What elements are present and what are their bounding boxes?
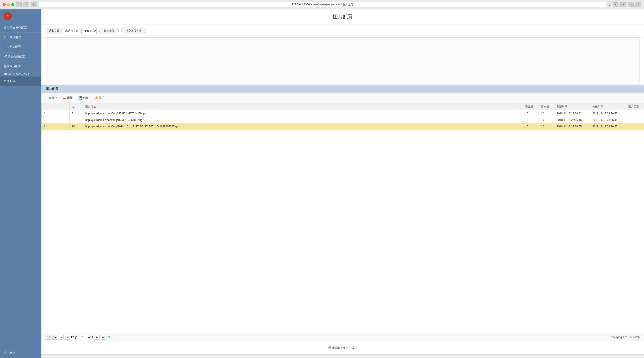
sidebar-item-image-config[interactable]: 图片配置 [0, 77, 42, 86]
cell-created: 2018-11-13 23:26:45 [554, 117, 590, 123]
page-label: Page [71, 335, 78, 339]
cell-views: 10 [523, 110, 539, 117]
sidebar: 🍅 通用模块操作配置 接口调用情况 广告开关配置 H5模板类型配置 背景音乐配置… [0, 10, 42, 358]
cancel-icon: 🔑 [94, 96, 98, 100]
traffic-lights [3, 3, 14, 6]
page-size-select[interactable]: 10 20 50 100 [45, 335, 57, 340]
app-logo-icon: 🍅 [4, 12, 12, 20]
sidebar-item-general-ops[interactable]: 通用模块操作配置 [0, 23, 42, 33]
col-header-rownum [42, 103, 70, 110]
cell-type: 1 [626, 123, 644, 130]
choose-file-button[interactable]: 选取文件 [46, 28, 62, 34]
tab-button[interactable]: ⧉ [628, 2, 634, 7]
col-header-id: ID [70, 103, 83, 110]
maximize-button[interactable] [11, 3, 14, 6]
data-table: ID 图片地址 浏览量 喜欢量 创建时间 修改时间 图片类型 1 2 http:… [42, 103, 644, 130]
clear-upload-button[interactable]: 清空上传列表 [121, 28, 146, 34]
cell-created: 2018-11-13 23:26:42 [554, 110, 590, 117]
cell-likes: 10 [539, 123, 554, 130]
cell-views: 10 [523, 123, 539, 130]
cell-modified: 2018-11-13 23:26:55 [590, 123, 626, 130]
start-upload-button[interactable]: 开始上传 [100, 28, 119, 34]
address-bar[interactable]: 127.0.0.1:8360/admin/manager/operation#图… [39, 2, 606, 8]
sidebar-item-ad-config[interactable]: 广告开关配置 [0, 42, 42, 52]
col-header-created: 创建时间 [554, 103, 590, 110]
table-body: 1 2 http://yourdomain.com/img/-251f62dd0… [42, 110, 644, 130]
cell-id: 3 [70, 117, 83, 123]
delete-label: 删除 [67, 96, 72, 100]
pagination-bar: 10 20 50 100 |◀ ◀ Page of 1 ▶ ▶| ↻ Displ… [42, 333, 644, 341]
cell-rownum: 3 [42, 123, 70, 130]
upload-section: 选取文件 未选择文件 类型1 类型2 类型3 开始上传 清空上传列表 [42, 25, 644, 38]
cell-likes: 10 [539, 110, 554, 117]
cell-url: http://yourdomain.com/img/-251f62dd0702a… [83, 110, 523, 117]
cell-url: http://yourdomain.com/img/1533613466789.… [83, 117, 523, 123]
add-label: 新增 [52, 96, 57, 100]
cell-type: 1 [626, 117, 644, 123]
app-layout: 🍅 通用模块操作配置 接口调用情况 广告开关配置 H5模板类型配置 背景音乐配置… [0, 10, 644, 358]
sidebar-logo: 🍅 [0, 10, 42, 23]
table-wrapper: ID 图片地址 浏览量 喜欢量 创建时间 修改时间 图片类型 1 2 http:… [42, 103, 644, 333]
cell-url: http://yourdomain.com/img/2018_101_13_17… [83, 123, 523, 130]
add-icon: ⊕ [48, 96, 51, 100]
cell-id: 2 [70, 110, 83, 117]
of-label: of [88, 335, 90, 339]
page-title: 图片配置 [42, 10, 644, 25]
sidebar-item-api-debug[interactable]: 接口调用情况 [0, 33, 42, 42]
cell-views: 10 [523, 117, 539, 123]
table-row[interactable]: 3 80 http://yourdomain.com/img/2018_101_… [42, 123, 644, 130]
download-button[interactable]: ⬇ [613, 2, 618, 7]
add-button[interactable]: ⊕ 新增 [46, 95, 60, 101]
delete-button[interactable]: ▬ 删除 [61, 95, 75, 101]
next-page-button[interactable]: ▶ [95, 335, 100, 340]
page-number-input[interactable] [79, 335, 87, 339]
cell-modified: 2018-11-13 23:26:42 [590, 110, 626, 117]
col-header-type: 图片类型 [626, 103, 644, 110]
reload-button[interactable]: ↻ [608, 3, 611, 7]
close-button[interactable] [3, 3, 6, 6]
cell-modified: 2018-11-13 23:26:45 [590, 117, 626, 123]
sidebar-nav: 通用模块操作配置 接口调用情况 广告开关配置 H5模板类型配置 背景音乐配置 T… [0, 23, 42, 358]
col-header-url: 图片地址 [83, 103, 523, 110]
sidebar-item-logout[interactable]: 退出登录 [0, 348, 42, 358]
sidebar-item-bg-music[interactable]: 背景音乐配置 [0, 62, 42, 71]
cell-id: 80 [70, 123, 83, 130]
delete-icon: ▬ [63, 96, 66, 100]
save-label: 保存 [83, 96, 88, 100]
cell-rownum: 1 [42, 110, 70, 117]
share-button[interactable]: ⬆ [620, 2, 626, 7]
reader-button[interactable]: ⊡ [31, 2, 37, 7]
col-header-views: 浏览量 [523, 103, 539, 110]
cancel-button[interactable]: 🔑 取消 [92, 95, 106, 101]
new-tab-button[interactable]: + [636, 2, 641, 7]
browser-chrome: ‹ › ⊡ 127.0.0.1:8360/admin/manager/opera… [0, 0, 644, 10]
total-pages: 1 [92, 335, 94, 339]
file-label: 未选择文件 [65, 29, 78, 33]
save-icon: 💾 [78, 96, 82, 100]
prev-page-button[interactable]: ◀ [65, 335, 70, 340]
table-header: ID 图片地址 浏览量 喜欢量 创建时间 修改时间 图片类型 [42, 103, 644, 110]
col-header-modified: 修改时间 [590, 103, 626, 110]
last-page-button[interactable]: ▶| [101, 335, 106, 340]
hint-text: 温馨提示：双击可编辑 [42, 341, 644, 354]
display-count: Displaying 1 to 3 of 3 item [610, 335, 640, 339]
main-content: 图片配置 选取文件 未选择文件 类型1 类型2 类型3 开始上传 清空上传列表 … [42, 10, 644, 358]
cell-created: 2018-11-13 23:26:55 [554, 123, 590, 130]
forward-button[interactable]: › [24, 2, 29, 7]
minimize-button[interactable] [7, 3, 10, 6]
first-page-button[interactable]: |◀ [59, 335, 64, 340]
col-header-likes: 喜欢量 [539, 103, 554, 110]
sidebar-item-h5-template[interactable]: H5模板类型配置 [0, 52, 42, 62]
table-row[interactable]: 1 2 http://yourdomain.com/img/-251f62dd0… [42, 110, 644, 117]
refresh-button[interactable]: ↻ [107, 335, 110, 339]
cancel-label: 取消 [99, 96, 104, 100]
table-row[interactable]: 2 3 http://yourdomain.com/img/1533613466… [42, 117, 644, 123]
back-button[interactable]: ‹ [16, 2, 22, 7]
save-button[interactable]: 💾 保存 [76, 95, 91, 101]
cell-rownum: 2 [42, 117, 70, 123]
section-header: 图片配置 [42, 85, 644, 93]
cell-likes: 10 [539, 117, 554, 123]
upload-drop-area[interactable] [46, 38, 640, 82]
type-select[interactable]: 类型1 类型2 类型3 [81, 28, 97, 34]
cell-type: 1 [626, 110, 644, 117]
